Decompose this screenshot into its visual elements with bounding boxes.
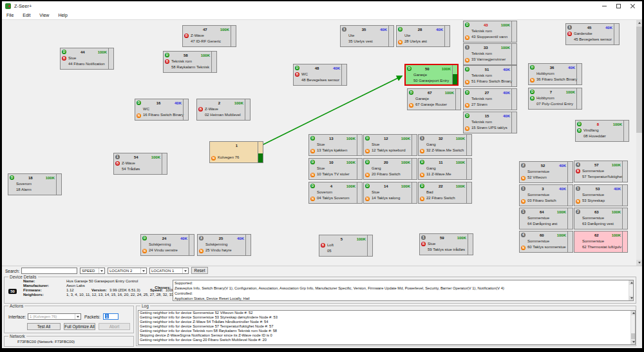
device-node-11[interactable]: 11100KGang11 Z-Wave.MeDN [418,158,472,180]
device-node-7[interactable]: 7100KHobbyrom07 Poly-Control EntryDB [528,88,582,110]
menu-edit[interactable]: Edit [18,13,35,17]
device-node-48[interactable]: 4840KWC48 Bevegelses sensorDB [293,64,347,86]
scroll-down-icon[interactable] [629,296,634,300]
menu-file[interactable]: File [2,13,18,17]
device-node-64[interactable]: 64100KSommerstue64 Døråpning øst1 [519,208,573,230]
device-node-18[interactable]: 18100KSoverom18 AlarmD [8,173,62,195]
device-node-57[interactable]: 57100KSommerstue57 Temperatur/fuktighet4… [574,161,628,182]
classes-line: Supported: [173,280,633,286]
menu-help[interactable]: Help [53,13,71,17]
device-node-36[interactable]: 3640KHobbyrom36 Fibaro Switch BinaryDN [528,63,582,85]
device-node-33[interactable]: 33100KTeknisk rom33 Varmegjenvinner1N [463,43,517,65]
location1-filter-dropdown[interactable]: LOCATION 1 [149,268,189,274]
node-status-column [412,135,417,155]
node-location: Sommerstue [520,192,573,198]
node-name: 63 Døråpning vest [574,221,627,227]
scroll-up-icon[interactable] [636,20,642,26]
device-node-8[interactable]: 8100KVindfang08 HoveddørDB [575,120,629,142]
device-node-5[interactable]: 5100KLoft05B [319,235,373,257]
canvas-scrollbar[interactable] [636,20,642,266]
device-node-4[interactable]: 4100KSoverom04 Taklys SoveromDN [308,182,363,204]
device-node-14[interactable]: 14100KStue14 Taklys salongDN [363,182,417,204]
device-node-3[interactable]: 340KSommerstue03 Fibaro Switch1N [519,184,573,206]
node-location: Garderobe [566,31,619,37]
device-node-13[interactable]: 13100KStue13 Taklys kjøkkenDN [308,134,363,156]
maximize-button[interactable] [611,2,625,10]
device-node-24[interactable]: 2440KSolskjerming24 Vindu venstreDN [140,234,194,256]
device-node-20[interactable]: 20100KGang20 Fibaro SwitchDN [363,158,417,180]
scroll-down-icon[interactable] [636,260,642,266]
device-node-63[interactable]: 63100KSommerstue63 Døråpning vest2 [574,208,628,230]
manufacturer-value: Aeon Labs [66,284,85,288]
device-node-16[interactable]: 1640KWC16 Fibaro Switch BinaryDN [135,99,189,121]
firmware-label: Firmware: [23,288,42,292]
device-node-62[interactable]: 62100KSommerstue62 Thermostat luft/gulv [574,231,628,253]
device-node-50[interactable]: 50100KGarasje50 Garasjeport EntryD [404,64,459,86]
node-name: 35 Utelys vest [341,39,393,44]
packets-input[interactable]: 1 [103,313,118,320]
abort-button[interactable]: Abort [99,323,130,330]
node-speed: 100K [456,137,465,141]
device-node-22[interactable]: 22100KBad22 Fibaro SwitchDN [418,182,472,204]
direct-route-icon: D [365,184,370,188]
device-node-25[interactable]: 2540KSolskjerming25 Vindu høyre3N [197,234,251,256]
device-node-32[interactable]: 32100KGang32 Z-Wave.Me Switch1N [418,134,472,156]
speed-filter-dropdown[interactable]: SPEED [80,268,105,274]
scrollbar-thumb[interactable] [631,333,636,339]
close-button[interactable] [625,2,639,10]
node-status-column [245,99,250,120]
device-node-2[interactable]: 2100KZ-Wave02 Heiman MultilevelB [196,99,251,121]
node-number: 8 [583,122,613,126]
node-status-column [622,185,627,206]
scrollbar-thumb[interactable] [636,26,642,133]
device-node-35[interactable]: 3540KUte35 Utelys vest1 [340,25,394,47]
scroll-down-icon[interactable] [631,340,636,344]
device-node-47[interactable]: 47100KZ-Wave47 ID-RF GenericB [182,25,236,47]
device-node-60[interactable]: 60100KSommerstue60 Taklys sommerstue4N [519,231,573,253]
device-node-28[interactable]: 2840KUte28 Utelys østDN [396,25,450,47]
node-status-column [357,135,362,155]
node-name: 18 Alarm [8,187,61,193]
reset-button[interactable]: Reset [191,267,208,274]
search-input[interactable] [21,268,77,274]
device-node-53[interactable]: 5340KSommerstue53 Styreskap1N [574,184,628,206]
node-speed: 100K [346,161,355,164]
location2-filter-dropdown[interactable]: LOCATION 2 [108,268,147,274]
n-flag-icon: N [521,246,526,250]
node-status-column [108,48,113,69]
minimize-button[interactable] [597,2,611,10]
hop-count-icon: 1 [521,186,526,191]
menu-view[interactable]: View [35,13,53,17]
scroll-up-icon[interactable] [631,311,636,315]
log-scrollbar[interactable] [630,311,635,344]
device-node-1[interactable]: 1Kolvegen 76N [209,141,263,163]
device-node-15[interactable]: 1540KTeknisk rom15 Strøm UPS taklysDN [463,112,517,133]
device-node-67[interactable]: 67100KGarasje67 Garasje RouterDN [407,88,461,110]
interface-dropdown[interactable]: 1 (Kolvegen 76) [28,313,81,320]
n-flag-icon: N [465,103,469,108]
node-number: 32 [426,137,456,141]
test-all-button[interactable]: Test All [27,323,61,330]
n-flag-icon: N [465,126,469,131]
device-node-44[interactable]: 44100KStue44 Fibaro NotificationDB [60,48,114,70]
classes-scrollbar[interactable] [629,280,633,300]
node-speed: 100K [98,50,107,54]
full-optimize-all-button[interactable]: Full Optimize All [64,323,95,330]
node-status-fill [453,74,457,85]
node-location: Stue [364,190,417,195]
node-name: 22 Fibaro Switch [419,195,471,201]
device-node-45[interactable]: 4540KGarderobe45 Bevegelses sensor1B [565,23,620,45]
device-node-54[interactable]: 54100KZ-Wave54 Trådløs1B [113,153,167,175]
device-node-43[interactable]: 43100KTeknisk rom43 Stoppeventil vannDN [463,21,517,43]
device-node-12[interactable]: 12100KStue12 Taklys spisebordDN [363,134,417,156]
scroll-up-icon[interactable] [629,280,634,285]
device-node-51[interactable]: 5140KTeknisk rom51 Fibaro Switch BinaryD… [463,65,517,87]
device-details-group: Device Details 50 Name: Hus Garasje 50 G… [4,277,636,304]
n-flag-icon: N [137,113,141,118]
device-node-58[interactable]: 58100KTeknisk rom58 Røykalarm TekniskDB [163,51,217,73]
device-node-10[interactable]: 10100KStue10 Taklys TV stolerDN [308,158,363,180]
device-node-59[interactable]: 59100KStue59 Taklys stue trådløs1B [419,233,473,255]
device-node-52[interactable]: 5240KSommerstue52 Vifteovn2N [519,161,573,183]
device-node-27[interactable]: 2740KTeknisk rom27 StrømDN [463,88,517,110]
direct-route-icon: D [577,122,582,126]
